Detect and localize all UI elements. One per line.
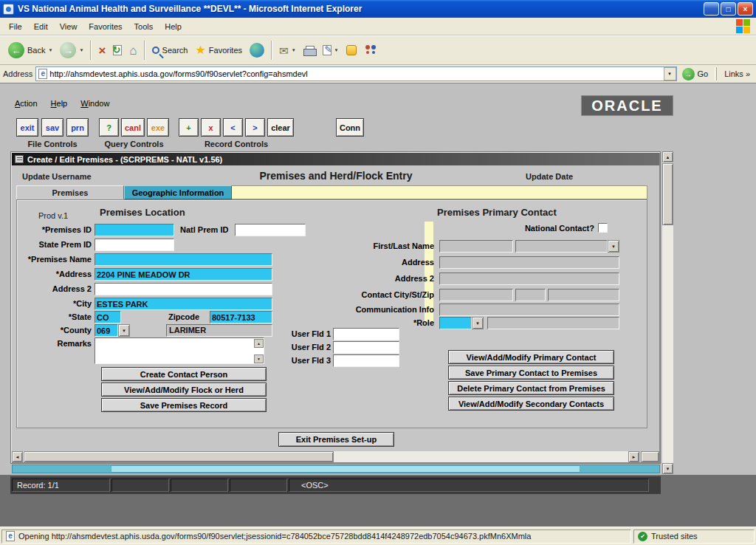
save-premises-record-button[interactable]: Save Premises Record (101, 398, 267, 412)
menu-file[interactable]: File (3, 20, 28, 33)
save-primary-contact-button[interactable]: Save Primary Contact to Premises (448, 366, 614, 380)
favorites-button[interactable]: ★ Favorites (191, 42, 246, 58)
search-button[interactable]: Search (148, 44, 192, 57)
user-fld1-field[interactable] (333, 328, 399, 340)
zipcode-field[interactable] (210, 311, 272, 323)
print-form-button[interactable]: prn (66, 118, 89, 137)
links-drag-handle[interactable] (715, 67, 717, 80)
query-execute-button[interactable]: exe (147, 118, 169, 137)
back-icon: ← (8, 42, 24, 58)
query-cancel-button[interactable]: canl (121, 118, 145, 137)
links-button[interactable]: Links » (721, 69, 753, 78)
address2-field[interactable] (94, 283, 272, 295)
go-button[interactable]: → Go (680, 68, 711, 80)
role-field[interactable] (439, 317, 472, 329)
go-label: Go (698, 69, 709, 78)
contact-name-dropdown-button[interactable]: ▼ (608, 240, 619, 253)
close-button[interactable]: × (738, 2, 753, 16)
stop-button[interactable]: × (94, 42, 109, 59)
user-fld2-field[interactable] (333, 341, 399, 354)
contact-city-field (439, 289, 513, 301)
premises-name-field[interactable] (94, 253, 272, 266)
remarks-field[interactable] (94, 337, 264, 364)
forward-button[interactable]: → ▼ (56, 40, 87, 61)
flag-blue (736, 27, 743, 33)
record-clear-button[interactable]: clear (267, 118, 294, 137)
toolbar-separator (90, 41, 92, 60)
premises-id-field[interactable] (94, 224, 174, 236)
natl-prem-id-field[interactable] (235, 224, 306, 236)
favorites-star-icon: ★ (195, 44, 205, 56)
applet-menu-action[interactable]: Action (10, 97, 42, 109)
remarks-scroll-up-button[interactable]: ▲ (254, 339, 264, 348)
county-field[interactable] (94, 324, 118, 337)
menu-edit[interactable]: Edit (28, 20, 54, 33)
scroll-down-button[interactable]: ▼ (662, 463, 673, 474)
record-delete-button[interactable]: x (201, 118, 221, 137)
record-controls-label: Record Controls (179, 140, 294, 148)
form-window-titlebar[interactable]: Create / Edit Premises - (SCRPREMS - NAT… (12, 153, 659, 165)
state-field[interactable] (94, 311, 121, 323)
user-fld3-field[interactable] (333, 354, 399, 367)
edit-caret-icon[interactable]: ▼ (334, 48, 339, 52)
scroll-right-button[interactable]: ► (628, 451, 639, 462)
search-icon (152, 47, 159, 54)
scroll-left-button[interactable]: ◄ (12, 451, 23, 462)
record-add-button[interactable]: + (179, 118, 199, 137)
save-button[interactable]: sav (41, 118, 63, 137)
back-button[interactable]: ← Back ▼ (4, 40, 56, 61)
address-dropdown-button[interactable]: ▼ (664, 67, 676, 80)
remarks-scroll-down-button[interactable]: ▼ (254, 354, 264, 363)
conn-button[interactable]: Conn (336, 118, 364, 137)
city-field[interactable] (94, 298, 272, 310)
applet-vscrollbar-thumb[interactable] (662, 163, 673, 225)
media-button[interactable] (246, 41, 268, 60)
tab-geographic-information[interactable]: Geographic Information (124, 185, 232, 199)
record-prev-button[interactable]: < (223, 118, 243, 137)
query-controls-label: Query Controls (99, 140, 169, 148)
query-enter-button[interactable]: ? (99, 118, 119, 137)
mail-caret-icon[interactable]: ▼ (292, 48, 296, 52)
home-button[interactable]: ⌂ (126, 42, 140, 59)
console-cell (230, 479, 287, 492)
applet-menu-help[interactable]: Help (47, 97, 72, 109)
view-add-modify-flock-button[interactable]: View/Add/Modify Flock or Herd (101, 383, 267, 397)
role-dropdown-button[interactable]: ▼ (472, 317, 484, 329)
forward-caret-icon[interactable]: ▼ (79, 48, 83, 52)
edit-button[interactable]: ✎ ▼ (319, 43, 343, 58)
tab-premises[interactable]: Premises (16, 185, 124, 199)
applet-menu-window[interactable]: Window (76, 97, 114, 109)
address-input[interactable] (49, 68, 661, 80)
version-label: Prod v.1 (38, 211, 68, 220)
maximize-button[interactable]: □ (721, 2, 736, 16)
console-cell (171, 479, 228, 492)
go-icon: → (682, 68, 695, 80)
form-hscrollbar-thumb[interactable] (24, 451, 334, 462)
menu-view[interactable]: View (54, 20, 83, 33)
create-contact-person-button[interactable]: Create Contact Person (101, 367, 267, 381)
county-dropdown-button[interactable]: ▼ (118, 324, 130, 337)
record-next-button[interactable]: > (245, 118, 265, 137)
refresh-button[interactable]: ↻ (109, 43, 126, 58)
messenger-button[interactable] (343, 43, 360, 58)
exit-button[interactable]: exit (16, 118, 38, 137)
address-field[interactable] (94, 268, 272, 281)
delete-primary-contact-button[interactable]: Delete Primary Contact from Premises (448, 381, 614, 395)
menu-favorites[interactable]: Favorites (83, 20, 128, 33)
exit-premises-setup-button[interactable]: Exit Premises Set-up (278, 432, 394, 447)
national-contact-checkbox[interactable] (598, 223, 608, 233)
discuss-button[interactable] (360, 43, 381, 58)
state-prem-id-field[interactable] (94, 239, 174, 251)
applet-hscrollbar-thumb[interactable] (111, 465, 580, 473)
minimize-button[interactable]: _ (704, 2, 719, 16)
menu-tools[interactable]: Tools (128, 20, 159, 33)
county-name-field: LARIMER (166, 324, 272, 337)
print-button[interactable] (300, 44, 319, 58)
back-caret-icon[interactable]: ▼ (48, 48, 52, 52)
scroll-up-button[interactable]: ▲ (662, 151, 673, 162)
menu-help[interactable]: Help (159, 20, 188, 33)
mail-button[interactable]: ✉ ▼ (275, 43, 300, 58)
view-add-modify-primary-contact-button[interactable]: View/Add/Modify Primary Contact (448, 350, 614, 364)
zipcode-label: Zipcode (168, 312, 199, 321)
view-add-modify-secondary-contacts-button[interactable]: View/Add/Modify Secondary Contacts (448, 397, 614, 411)
